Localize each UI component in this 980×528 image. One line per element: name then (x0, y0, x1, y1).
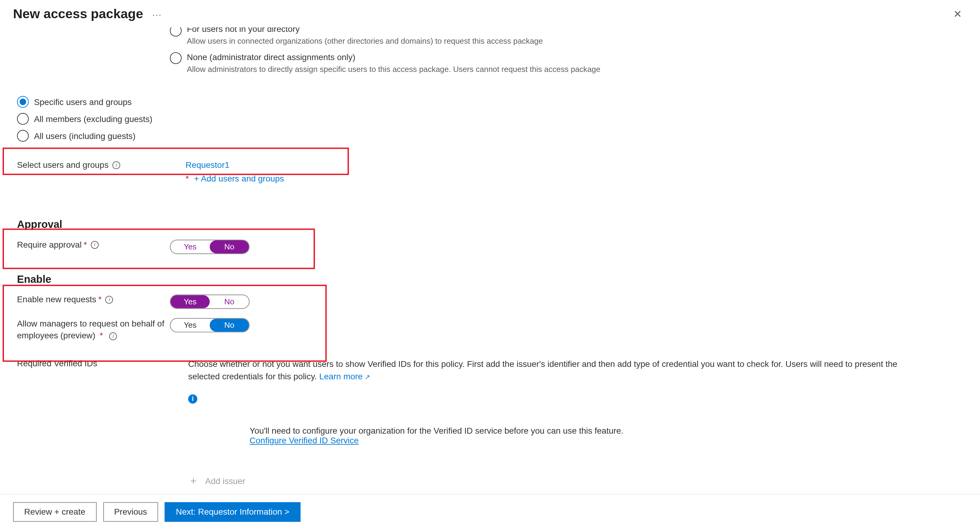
enable-new-requests-label: Enable new requests * i (17, 295, 170, 304)
verified-config-msg-block: You'll need to configure your organizati… (250, 426, 958, 446)
close-icon[interactable]: ✕ (948, 5, 967, 23)
require-approval-toggle[interactable]: Yes No (170, 240, 250, 254)
page-title: New access package (13, 7, 143, 22)
add-issuer-label: Add issuer (205, 476, 245, 485)
require-approval-label: Require approval * i (17, 240, 170, 249)
toggle-no[interactable]: No (210, 319, 249, 332)
radio-label: For users not in your directory (187, 27, 543, 34)
approval-heading: Approval (17, 219, 958, 231)
toggle-yes[interactable]: Yes (170, 240, 210, 254)
next-button[interactable]: Next: Requestor Information > (165, 502, 301, 522)
radio-icon (17, 96, 29, 108)
add-issuer-row: ＋ Add issuer (188, 474, 958, 488)
info-icon[interactable]: i (113, 161, 121, 169)
verified-ids-desc: Choose whether or not you want users to … (188, 359, 907, 382)
info-icon[interactable]: i (109, 332, 117, 340)
info-blue-icon[interactable]: i (188, 394, 197, 403)
toggle-yes[interactable]: Yes (170, 295, 210, 308)
enable-heading: Enable (17, 274, 958, 285)
scope-radio-all[interactable]: All users (including guests) (17, 130, 958, 142)
verified-config-msg: You'll need to configure your organizati… (250, 426, 958, 436)
required-indicator: * (99, 295, 102, 304)
approval-section: Approval Require approval * i Yes No (17, 219, 958, 254)
info-icon[interactable]: i (91, 241, 99, 249)
toggle-yes[interactable]: Yes (170, 319, 210, 332)
radio-icon (170, 27, 182, 36)
radio-icon (17, 130, 29, 142)
configure-verified-link[interactable]: Configure Verified ID Service (250, 436, 958, 445)
selected-user-link[interactable]: Requestor1 (186, 160, 229, 170)
radio-label: Specific users and groups (34, 97, 132, 107)
select-users-label: Select users and groups i (17, 160, 186, 170)
toggle-no[interactable]: No (210, 240, 249, 254)
page-header: New access package ··· ✕ (0, 0, 980, 29)
required-indicator: * (100, 330, 103, 340)
radio-label: All users (including guests) (34, 131, 135, 141)
select-users-row: Select users and groups i Requestor1 (17, 160, 958, 170)
enable-section: Enable Enable new requests * i Yes No Al… (17, 274, 958, 342)
radio-label: None (administrator direct assignments o… (187, 52, 600, 62)
radio-label: All members (excluding guests) (34, 114, 153, 124)
radio-icon (170, 52, 182, 64)
enable-new-requests-toggle[interactable]: Yes No (170, 295, 250, 309)
scope-radio-none[interactable]: None (administrator direct assignments o… (170, 52, 958, 74)
required-indicator: * (83, 240, 87, 249)
radio-desc: Allow users in connected organizations (… (187, 37, 543, 46)
plus-icon: ＋ (188, 474, 199, 488)
add-users-link[interactable]: + Add users and groups (194, 174, 284, 183)
info-icon[interactable]: i (106, 296, 113, 303)
allow-managers-toggle[interactable]: Yes No (170, 318, 250, 332)
scope-radio-not-in-directory[interactable]: For users not in your directory Allow us… (170, 27, 958, 46)
radio-desc: Allow administrators to directly assign … (187, 65, 600, 74)
scope-radio-specific[interactable]: Specific users and groups (17, 96, 958, 108)
allow-managers-label: Allow managers to request on behalf of e… (17, 318, 170, 342)
wizard-footer: Review + create Previous Next: Requestor… (0, 494, 980, 528)
review-create-button[interactable]: Review + create (13, 502, 97, 522)
scope-radio-members[interactable]: All members (excluding guests) (17, 113, 958, 125)
radio-icon (17, 113, 29, 125)
verified-ids-label: Required Verified IDs (17, 359, 188, 368)
more-actions-icon[interactable]: ··· (152, 9, 162, 19)
verified-ids-row: Required Verified IDs Choose whether or … (17, 359, 958, 488)
form-content: For users not in your directory Allow us… (0, 27, 980, 494)
user-scope-radio-group: Specific users and groups All members (e… (17, 96, 958, 142)
previous-button[interactable]: Previous (103, 502, 158, 522)
learn-more-link[interactable]: Learn more (320, 371, 370, 381)
required-indicator: * (186, 174, 189, 183)
add-users-row: * + Add users and groups (186, 174, 958, 183)
toggle-no[interactable]: No (210, 295, 249, 308)
